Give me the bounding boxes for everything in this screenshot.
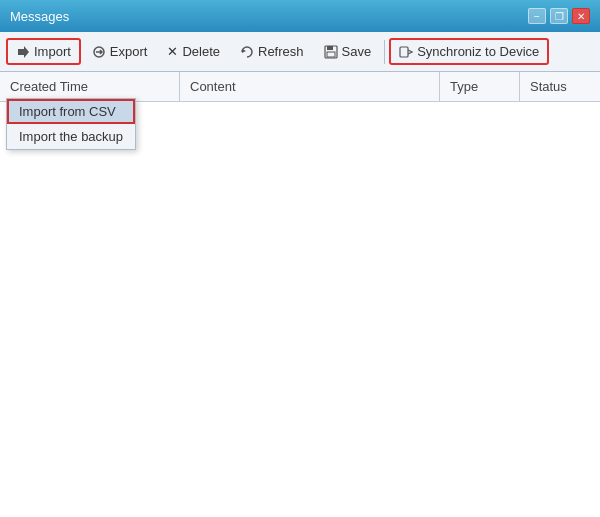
content-area: Import from CSV Import the backup <box>0 102 600 517</box>
col-status: Status <box>520 72 600 101</box>
delete-icon: ✕ <box>167 44 178 59</box>
col-created-time: Created Time <box>0 72 180 101</box>
title-bar-controls: − ❐ ✕ <box>528 8 590 24</box>
import-button[interactable]: Import <box>6 38 81 65</box>
restore-button[interactable]: ❐ <box>550 8 568 24</box>
save-icon <box>324 45 338 59</box>
refresh-icon <box>240 45 254 59</box>
svg-marker-0 <box>18 46 29 58</box>
toolbar-separator <box>384 40 385 64</box>
title-bar: Messages − ❐ ✕ <box>0 0 600 32</box>
import-from-csv-item[interactable]: Import from CSV <box>7 99 135 124</box>
minimize-button[interactable]: − <box>528 8 546 24</box>
export-icon <box>92 45 106 59</box>
delete-button[interactable]: ✕ Delete <box>158 39 229 64</box>
refresh-button[interactable]: Refresh <box>231 39 313 64</box>
col-content: Content <box>180 72 440 101</box>
import-dropdown-menu: Import from CSV Import the backup <box>6 98 136 150</box>
refresh-label: Refresh <box>258 44 304 59</box>
svg-rect-4 <box>327 46 333 50</box>
save-button[interactable]: Save <box>315 39 381 64</box>
save-label: Save <box>342 44 372 59</box>
synchronize-label: Synchroniz to Device <box>417 44 539 59</box>
title-bar-left: Messages <box>10 9 69 24</box>
import-label: Import <box>34 44 71 59</box>
export-button[interactable]: Export <box>83 39 157 64</box>
delete-label: Delete <box>182 44 220 59</box>
col-type: Type <box>440 72 520 101</box>
svg-rect-6 <box>400 47 408 57</box>
svg-rect-5 <box>327 52 335 57</box>
import-icon <box>16 45 30 59</box>
synchronize-button[interactable]: Synchroniz to Device <box>389 38 549 65</box>
synchronize-icon <box>399 45 413 59</box>
close-button[interactable]: ✕ <box>572 8 590 24</box>
svg-marker-2 <box>242 49 246 53</box>
window-title: Messages <box>10 9 69 24</box>
export-label: Export <box>110 44 148 59</box>
import-backup-item[interactable]: Import the backup <box>7 124 135 149</box>
toolbar: Import Export ✕ Delete Refresh <box>0 32 600 72</box>
